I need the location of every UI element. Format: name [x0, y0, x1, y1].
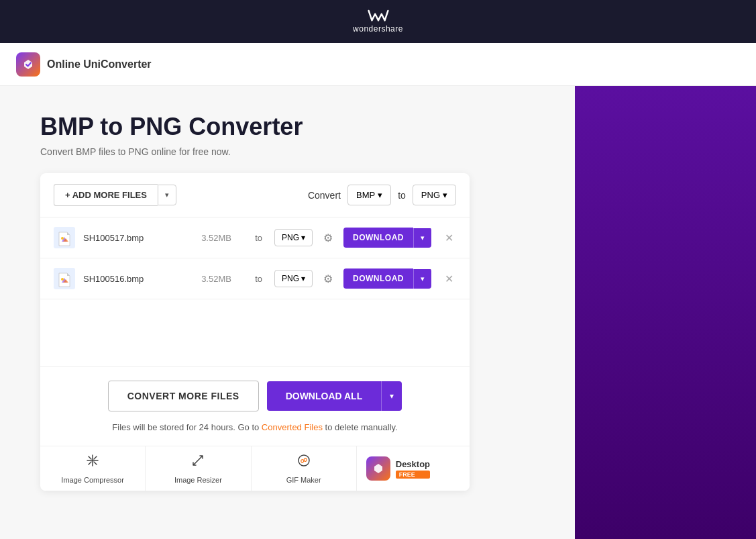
add-files-group: + ADD MORE FILES: [54, 184, 176, 206]
to-format-chevron-icon: [443, 190, 447, 200]
wondershare-logo-icon: [368, 9, 389, 23]
download-dropdown-button[interactable]: [413, 228, 431, 248]
file-format-button[interactable]: PNG: [274, 270, 313, 287]
converted-files-link[interactable]: Converted Files: [262, 422, 323, 432]
bottom-bar: CONVERT MORE FILES DOWNLOAD ALL Files wi…: [40, 366, 470, 446]
from-format-button[interactable]: BMP: [347, 185, 391, 205]
to-label: to: [398, 190, 406, 201]
page-subtitle: Convert BMP files to PNG online for free…: [40, 146, 535, 157]
svg-point-5: [61, 237, 64, 240]
image-compressor-icon: [85, 453, 100, 472]
download-all-dropdown-button[interactable]: [381, 381, 402, 411]
desktop-badge: FREE: [396, 471, 430, 479]
add-files-label: + ADD MORE FILES: [65, 190, 147, 200]
file-format-label: PNG: [282, 274, 299, 283]
file-icon: [54, 227, 75, 248]
download-chevron-icon: [421, 234, 425, 242]
settings-button[interactable]: [321, 229, 335, 247]
file-row: SH100517.bmp 3.52MB to PNG DOWNLOAD ✕: [40, 217, 470, 258]
file-name: SH100516.bmp: [83, 274, 193, 284]
file-row: SH100516.bmp 3.52MB to PNG DOWNLOAD ✕: [40, 258, 470, 299]
file-size: 3.52MB: [201, 233, 241, 243]
tools-bar: Image Compressor Image Resizer: [40, 446, 470, 491]
convert-group: Convert BMP to PNG: [308, 185, 456, 205]
tool-gif-maker[interactable]: GIF Maker: [252, 446, 357, 491]
app-title: Online UniConverter: [47, 58, 152, 70]
close-file-button[interactable]: ✕: [442, 229, 456, 247]
close-file-button[interactable]: ✕: [442, 270, 456, 288]
file-name: SH100517.bmp: [83, 233, 193, 243]
from-format-chevron-icon: [378, 190, 382, 200]
app-header: Online UniConverter: [0, 43, 756, 86]
main-content: BMP to PNG Converter Convert BMP files t…: [0, 86, 756, 539]
storage-note: Files will be stored for 24 hours. Go to…: [112, 422, 397, 432]
to-format-label: PNG: [421, 190, 440, 200]
desktop-text: Desktop FREE: [396, 459, 430, 479]
file-icon: [54, 268, 75, 289]
tool-image-resizer[interactable]: Image Resizer: [146, 446, 251, 491]
file-format-label: PNG: [282, 233, 299, 242]
gif-maker-icon: [296, 453, 311, 472]
svg-point-11: [61, 278, 64, 281]
image-resizer-icon: [191, 453, 205, 472]
app-logo-icon: [16, 52, 40, 77]
converter-panel: + ADD MORE FILES Convert BMP to PNG: [40, 173, 470, 491]
page-title: BMP to PNG Converter: [40, 113, 535, 141]
tool-desktop[interactable]: Desktop FREE: [357, 446, 470, 491]
to-format-button[interactable]: PNG: [413, 185, 456, 205]
gif-maker-label: GIF Maker: [286, 476, 321, 484]
image-compressor-label: Image Compressor: [61, 476, 124, 484]
gear-icon: [323, 273, 333, 285]
desktop-name: Desktop: [396, 459, 430, 469]
download-button[interactable]: DOWNLOAD: [343, 228, 413, 248]
right-sidebar: [575, 86, 756, 539]
file-to: to: [255, 233, 262, 243]
uniconverter-icon: [21, 58, 35, 71]
empty-drop-area: [40, 299, 470, 366]
download-all-button[interactable]: DOWNLOAD ALL: [267, 381, 382, 411]
file-format-button[interactable]: PNG: [274, 229, 313, 246]
brand-name: wondershare: [353, 24, 403, 34]
file-format-chevron-icon: [301, 233, 305, 242]
download-chevron-icon: [421, 275, 425, 283]
brand-logo: wondershare: [353, 9, 403, 34]
bottom-actions: CONVERT MORE FILES DOWNLOAD ALL: [108, 381, 402, 411]
image-resizer-label: Image Resizer: [174, 476, 222, 484]
add-files-chevron-icon: [165, 191, 169, 199]
settings-button[interactable]: [321, 270, 335, 288]
convert-label: Convert: [308, 190, 341, 201]
file-to: to: [255, 274, 262, 284]
gear-icon: [323, 232, 333, 244]
file-size: 3.52MB: [201, 274, 241, 284]
add-files-dropdown-button[interactable]: [158, 185, 176, 205]
download-btn-group: DOWNLOAD: [343, 268, 431, 289]
file-format-chevron-icon: [301, 274, 305, 283]
toolbar: + ADD MORE FILES Convert BMP to PNG: [40, 173, 470, 217]
top-nav: wondershare: [0, 0, 756, 43]
from-format-label: BMP: [356, 190, 375, 200]
convert-more-button[interactable]: CONVERT MORE FILES: [108, 381, 259, 411]
download-button[interactable]: DOWNLOAD: [343, 268, 413, 289]
desktop-app-icon: [366, 456, 390, 481]
add-files-button[interactable]: + ADD MORE FILES: [54, 184, 158, 206]
download-btn-group: DOWNLOAD: [343, 228, 431, 248]
tool-image-compressor[interactable]: Image Compressor: [40, 446, 146, 491]
download-all-group: DOWNLOAD ALL: [267, 381, 402, 411]
download-all-chevron-icon: [390, 391, 394, 401]
download-dropdown-button[interactable]: [413, 269, 431, 289]
content-area: BMP to PNG Converter Convert BMP files t…: [0, 86, 575, 539]
